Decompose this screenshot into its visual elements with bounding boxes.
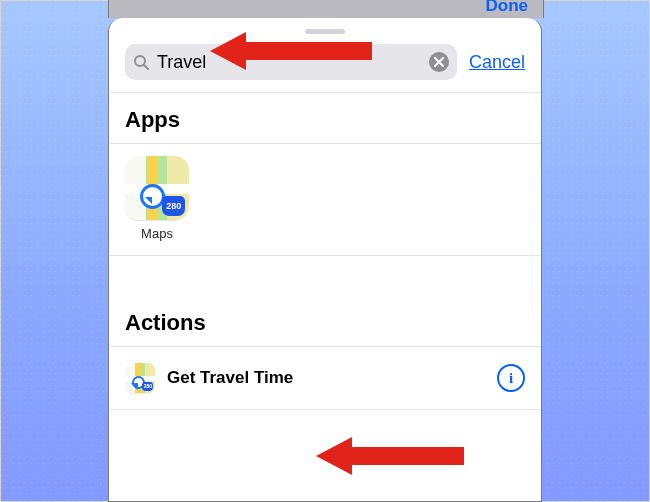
action-label: Get Travel Time: [167, 368, 497, 388]
info-icon: i: [509, 370, 513, 387]
clear-search-button[interactable]: [429, 52, 449, 72]
svg-line-1: [144, 65, 148, 69]
app-maps[interactable]: 280 Maps: [125, 156, 189, 241]
info-button[interactable]: i: [497, 364, 525, 392]
search-row: Cancel: [109, 44, 541, 92]
sheet-grabber[interactable]: [305, 29, 345, 34]
divider: [109, 409, 541, 410]
underlying-nav-bar: [108, 0, 544, 18]
maps-action-icon: 280: [125, 363, 155, 393]
apps-section-title: Apps: [109, 93, 541, 143]
cancel-button[interactable]: Cancel: [469, 52, 525, 73]
maps-app-icon: 280: [125, 156, 189, 220]
search-input[interactable]: [155, 51, 429, 74]
actions-section-title: Actions: [109, 296, 541, 346]
search-sheet: Cancel Apps 280 Maps Actions 280 Get Tra…: [108, 18, 542, 502]
search-icon: [133, 54, 149, 70]
done-button-behind: Done: [486, 0, 529, 16]
apps-row: 280 Maps: [109, 144, 541, 255]
app-label: Maps: [125, 226, 189, 241]
action-get-travel-time[interactable]: 280 Get Travel Time i: [109, 347, 541, 409]
close-icon: [434, 57, 444, 67]
search-field[interactable]: [125, 44, 457, 80]
